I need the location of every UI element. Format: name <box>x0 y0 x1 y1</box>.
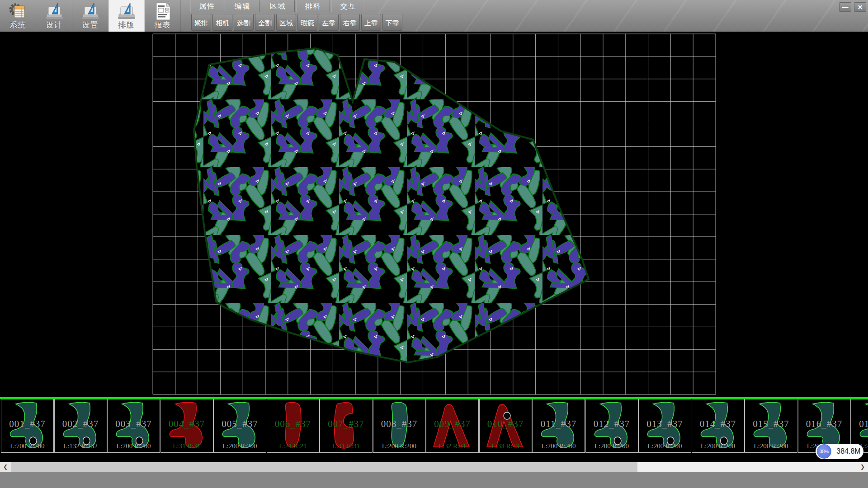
nav-tab-3[interactable]: 设置 <box>72 0 108 32</box>
piece-lr-count-label: L:200 R:200 <box>214 442 266 450</box>
toolbar-texture <box>362 0 868 32</box>
piece-cell-014_#37[interactable]: 014_#37L:200 R:200 <box>692 399 745 453</box>
piece-cell-002_#37[interactable]: 002_#37L:132 R:132 <box>54 399 107 453</box>
piece-cell-012_#37[interactable]: 012_#37L:200 R:200 <box>585 399 638 453</box>
piece-id-label: 002_#37 <box>55 418 107 430</box>
piece-cell-009_#37[interactable]: 009_#37L:32 R:31 <box>426 399 479 453</box>
piece-id-label: 015_#37 <box>745 418 797 430</box>
piece-lr-count-label: L:700 R:700 <box>1 442 53 450</box>
piece-cell-010_#37[interactable]: 010_#37L:33 R:33 <box>479 399 532 453</box>
piece-id-label: 011_#37 <box>533 418 585 430</box>
menu-item-5[interactable]: 交互 <box>331 0 365 12</box>
piece-lr-count-label: L:32 R:31 <box>426 442 478 450</box>
piece-id-label: 001_#37 <box>1 418 53 430</box>
piece-lr-count-label: L:200 R:200 <box>533 442 585 450</box>
scroll-right-arrow-icon[interactable]: ❯ <box>857 462 868 472</box>
piece-id-label: 006_#37 <box>267 418 319 430</box>
piece-cell-015_#37[interactable]: 015_#37L:200 R:200 <box>745 399 797 453</box>
menu-item-3[interactable]: 区域 <box>261 0 295 12</box>
nav-tab-1[interactable]: 系统 <box>0 0 36 32</box>
tool-button-8[interactable]: 右靠 <box>340 14 360 31</box>
piece-lr-count-label: L:21 R:21 <box>267 442 319 450</box>
piece-cell-008_#37[interactable]: 008_#37L:200 R:200 <box>373 399 426 453</box>
piece-id-label: 009_#37 <box>426 418 478 430</box>
minimize-button[interactable]: — <box>839 2 851 12</box>
piece-id-label: 013_#37 <box>639 418 691 430</box>
tool-button-10[interactable]: 下靠 <box>382 14 402 31</box>
piece-cell-006_#37[interactable]: 006_#37L:21 R:21 <box>267 399 320 453</box>
piece-id-label: 007_#37 <box>320 418 372 430</box>
progress-percent-icon: 38% <box>817 444 831 459</box>
piece-lr-count-label: L:200 R:200 <box>639 442 691 450</box>
tool-button-5[interactable]: 区域 <box>276 14 296 31</box>
download-progress-badge[interactable]: 38% 384.8M <box>816 444 863 459</box>
piece-id-label: 008_#37 <box>373 418 425 430</box>
piece-cell-013_#37[interactable]: 013_#37L:200 R:200 <box>638 399 691 453</box>
menu-item-1[interactable]: 属性 <box>190 0 224 12</box>
report-icon <box>153 1 173 21</box>
application-window: 系统设计设置排版报表 属性编辑区域排料交互 聚排相机选割全割区域瑕疵左靠右靠上靠… <box>0 0 868 488</box>
piece-cell-011_#37[interactable]: 011_#37L:200 R:200 <box>532 399 585 453</box>
toolbar: 系统设计设置排版报表 属性编辑区域排料交互 聚排相机选割全割区域瑕疵左靠右靠上靠… <box>0 0 868 32</box>
piece-id-label: 016_#37 <box>798 418 850 430</box>
piece-lr-count-label: L:200 R:200 <box>745 442 797 450</box>
nav-tab-2[interactable]: 设计 <box>36 0 72 32</box>
nesting-canvas-svg <box>0 32 868 397</box>
tool-button-2[interactable]: 相机 <box>212 14 232 31</box>
tool-button-9[interactable]: 上靠 <box>361 14 381 31</box>
close-button[interactable]: ✕ <box>854 2 866 12</box>
tool-button-3[interactable]: 选割 <box>234 14 254 31</box>
piece-lr-count-label: L:200 R:200 <box>373 442 425 450</box>
piece-lr-count-label: L:200 R:200 <box>586 442 638 450</box>
piece-id-label: 012_#37 <box>586 418 638 430</box>
piece-lr-count-label: L:200 R:200 <box>692 442 744 450</box>
scrollbar-thumb[interactable] <box>11 462 637 472</box>
nav-tab-label: 设置 <box>72 20 108 30</box>
nav-tab-label: 系统 <box>0 20 36 30</box>
piece-id-label: 004_#37 <box>161 418 213 430</box>
piece-id-label: 005_#37 <box>214 418 266 430</box>
tool-button-7[interactable]: 左靠 <box>319 14 339 31</box>
piece-cell-007_#37[interactable]: 007_#37L:31 R:31 <box>320 399 373 453</box>
tool-button-4[interactable]: 全割 <box>255 14 275 31</box>
piece-thumbnail-strip: 001_#37L:700 R:700002_#37L:132 R:132003_… <box>0 397 868 462</box>
menu-item-2[interactable]: 编辑 <box>226 0 259 12</box>
nesting-canvas[interactable] <box>0 32 868 397</box>
status-bar <box>0 472 868 488</box>
nav-tab-5[interactable]: 报表 <box>145 0 181 32</box>
piece-lr-count-label: L:31 R:31 <box>161 442 213 450</box>
piece-lr-count-label: L:33 R:33 <box>480 442 532 450</box>
ruler-icon <box>80 1 100 21</box>
nav-tab-label: 设计 <box>36 20 72 30</box>
tool-button-6[interactable]: 瑕疵 <box>297 14 317 31</box>
piece-cell-004_#37[interactable]: 004_#37L:31 R:31 <box>160 399 213 453</box>
ruler-icon <box>117 1 137 21</box>
piece-cell-003_#37[interactable]: 003_#37L:200 R:200 <box>107 399 160 453</box>
horizontal-scrollbar[interactable]: ❮ ❯ <box>0 462 868 472</box>
piece-id-label: 014_#37 <box>692 418 744 430</box>
scroll-left-arrow-icon[interactable]: ❮ <box>0 462 11 472</box>
piece-cell-001_#37[interactable]: 001_#37L:700 R:700 <box>1 399 54 453</box>
nav-tab-label: 排版 <box>108 20 144 30</box>
progress-size-label: 384.8M <box>835 444 862 459</box>
tool-button-1[interactable]: 聚排 <box>191 14 211 31</box>
nav-tab-label: 报表 <box>145 20 180 30</box>
system-icon <box>8 1 28 21</box>
piece-lr-count-label: L:31 R:31 <box>320 442 372 450</box>
piece-cell-005_#37[interactable]: 005_#37L:200 R:200 <box>213 399 266 453</box>
piece-lr-count-label: L:132 R:132 <box>55 442 107 450</box>
piece-id-label: 003_#37 <box>108 418 160 430</box>
piece-id-label: 017_#37 <box>851 418 868 430</box>
ruler-icon <box>44 1 64 21</box>
nav-tab-4[interactable]: 排版 <box>108 0 145 32</box>
menu-item-4[interactable]: 排料 <box>296 0 330 12</box>
piece-lr-count-label: L:200 R:200 <box>108 442 160 450</box>
piece-id-label: 010_#37 <box>480 418 532 430</box>
